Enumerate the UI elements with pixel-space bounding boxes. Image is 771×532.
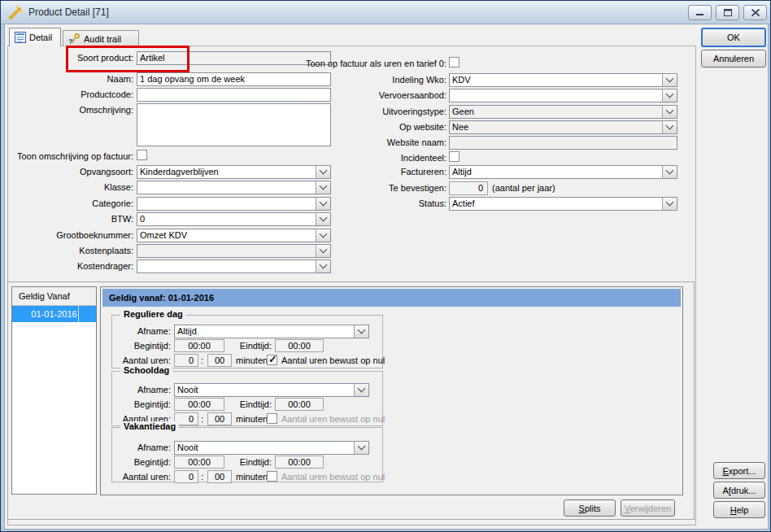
title-bar[interactable]: Product Detail [71]: [1, 1, 770, 24]
reguliere-afname-value: Altijd: [175, 325, 354, 338]
geldig-vanaf-list-header: Geldig Vanaf: [12, 287, 96, 306]
afname-label: Afname:: [112, 326, 171, 336]
window-title: Product Detail [71]: [28, 7, 109, 18]
tab-detail-label: Detail: [29, 33, 52, 42]
toon-omschrijving-checkbox[interactable]: [137, 150, 147, 160]
kostendrager-label: Kostendrager:: [3, 261, 133, 271]
aantal-uren-label: Aantal uren:: [112, 472, 171, 482]
tab-audit-trail[interactable]: ? Audit trail: [63, 30, 139, 46]
chevron-down-icon[interactable]: [662, 198, 677, 210]
reguliere-bewust-label: Aantal uren bewust op nul: [281, 355, 387, 365]
geldig-vanaf-list-item[interactable]: 01-01-2016: [12, 306, 96, 322]
splits-button[interactable]: Splits: [564, 499, 616, 517]
ok-button[interactable]: OK: [701, 28, 766, 47]
chevron-down-icon[interactable]: [316, 213, 330, 225]
product-detail-dialog: Product Detail [71] Detail ? Audit trail…: [0, 0, 771, 532]
help-button[interactable]: Help: [713, 501, 765, 518]
geldig-vanaf-list: Geldig Vanaf 01-01-2016: [11, 286, 97, 495]
chevron-down-icon[interactable]: [662, 166, 677, 178]
chevron-down-icon[interactable]: [354, 442, 368, 454]
svg-text:?: ?: [68, 37, 72, 45]
vakantiedag-title: Vakantiedag: [120, 421, 179, 431]
schooldag-bewust-checkbox[interactable]: [267, 413, 277, 424]
eindtijd-label: Eindtijd:: [226, 457, 272, 467]
verwijderen-button: Verwijderen: [621, 499, 675, 517]
afdruk-button[interactable]: Afdruk...: [713, 482, 765, 499]
minimize-button[interactable]: [688, 5, 712, 20]
reguliere-eindtijd-field: 00:00: [275, 339, 324, 352]
chevron-down-icon: [316, 245, 330, 257]
naam-label: Naam:: [3, 74, 133, 84]
time-colon: :: [201, 414, 206, 424]
chevron-down-icon: [662, 121, 677, 133]
close-button[interactable]: [743, 5, 767, 20]
validity-panel-title: Geldig vanaf: 01-01-2016: [102, 289, 681, 307]
omschrijving-label: Omschrijving:: [3, 105, 133, 115]
toon-op-factuur-label: Toon op factuur als uren en tarief 0:: [268, 59, 446, 68]
website-naam-field: [449, 136, 677, 150]
kostenplaats-label: Kostenplaats:: [3, 246, 133, 255]
schooldag-afname-combobox[interactable]: Nooit: [174, 383, 369, 397]
kostendrager-value: [137, 260, 316, 273]
te-bevestigen-field: 0: [449, 181, 488, 195]
toon-op-factuur-checkbox[interactable]: [449, 57, 460, 68]
btw-value: 0: [137, 213, 316, 225]
chevron-down-icon[interactable]: [316, 260, 330, 273]
vakantiedag-minuten-field: 00: [207, 470, 232, 483]
chevron-down-icon[interactable]: [662, 89, 677, 102]
chevron-down-icon[interactable]: [316, 229, 330, 242]
export-button[interactable]: Export...: [713, 462, 765, 479]
indeling-wko-value: KDV: [450, 74, 662, 86]
btw-combobox[interactable]: 0: [137, 212, 331, 226]
btw-label: BTW:: [3, 214, 133, 224]
annuleren-button[interactable]: Annuleren: [701, 50, 766, 68]
op-website-label: Op website:: [284, 122, 446, 132]
grootboeknummer-combobox[interactable]: Omzet KDV: [137, 229, 331, 242]
eindtijd-label: Eindtijd:: [226, 399, 272, 409]
reguliere-uren-field: 0: [174, 354, 198, 367]
vakantiedag-afname-combobox[interactable]: Nooit: [174, 441, 369, 455]
kostenplaats-value: [137, 245, 316, 257]
categorie-label: Categorie:: [3, 198, 133, 208]
minimize-icon: [696, 9, 704, 16]
app-icon: [9, 5, 24, 21]
status-combobox[interactable]: Actief: [449, 197, 677, 211]
productcode-label: Productcode:: [3, 89, 133, 99]
reguliere-bewust-checkbox[interactable]: [267, 355, 277, 365]
indeling-wko-combobox[interactable]: KDV: [449, 73, 677, 87]
uitvoeringstype-label: Uitvoeringstype:: [284, 107, 446, 116]
reguliere-afname-combobox[interactable]: Altijd: [174, 325, 369, 338]
tab-detail[interactable]: Detail: [9, 28, 61, 46]
kostendrager-combobox[interactable]: [137, 259, 331, 273]
reguliere-dag-title: Reguliere dag: [120, 309, 186, 319]
maximize-button[interactable]: [716, 5, 739, 20]
status-value: Actief: [450, 198, 662, 210]
schooldag-minuten-field: 00: [207, 412, 232, 425]
reguliere-minuten-field: 00: [207, 354, 232, 367]
vakantiedag-bewust-checkbox[interactable]: [267, 471, 277, 482]
list-column-divider: [78, 306, 79, 322]
vervoersaanbod-value: [450, 89, 662, 102]
chevron-down-icon[interactable]: [354, 384, 368, 396]
chevron-down-icon[interactable]: [662, 74, 677, 86]
afname-label: Afname:: [112, 385, 171, 395]
vakantiedag-bewust-label: Aantal uren bewust op nul: [281, 472, 387, 482]
chevron-down-icon[interactable]: [354, 325, 368, 338]
audit-key-icon: ?: [68, 33, 81, 45]
vakantiedag-begintijd-field: 00:00: [174, 456, 224, 469]
te-bevestigen-label: Te bevestigen:: [284, 183, 446, 193]
aantal-uren-label: Aantal uren:: [112, 355, 171, 365]
op-website-value: Nee: [450, 121, 662, 133]
begintijd-label: Begintijd:: [112, 341, 171, 351]
factureren-label: Factureren:: [284, 167, 446, 177]
status-label: Status:: [284, 198, 446, 208]
factureren-combobox[interactable]: Altijd: [449, 165, 677, 179]
schooldag-begintijd-field: 00:00: [174, 398, 224, 411]
begintijd-label: Begintijd:: [112, 399, 171, 409]
grootboeknummer-value: Omzet KDV: [137, 229, 316, 242]
vervoersaanbod-label: Vervoersaanbod:: [284, 90, 446, 100]
geldig-vanaf-date: 01-01-2016: [31, 309, 76, 319]
incidenteel-checkbox[interactable]: [449, 151, 460, 162]
klasse-label: Klasse:: [3, 182, 133, 192]
vervoersaanbod-combobox[interactable]: [449, 89, 677, 102]
